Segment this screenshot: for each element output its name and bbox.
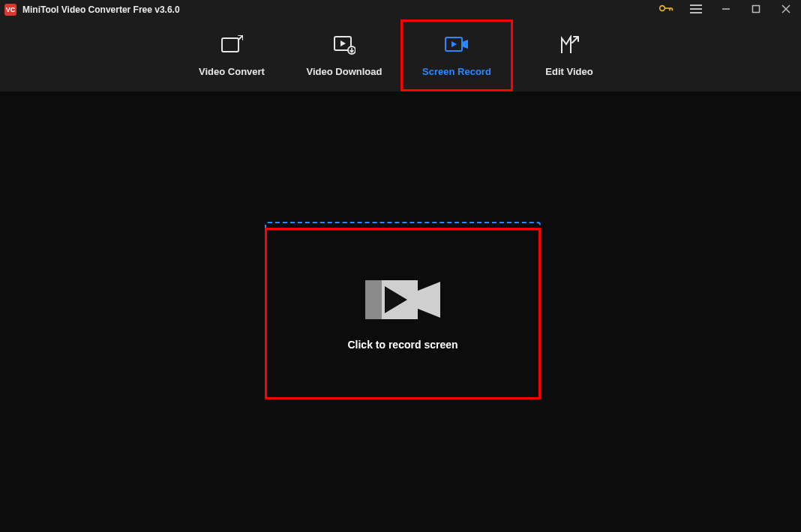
convert-icon bbox=[220, 34, 243, 55]
titlebar: VC MiniTool Video Converter Free v3.6.0 bbox=[0, 0, 801, 19]
tab-video-convert[interactable]: Video Convert bbox=[176, 19, 288, 91]
maximize-icon bbox=[752, 3, 760, 16]
tab-screen-record-label: Screen Record bbox=[422, 66, 491, 77]
svg-rect-11 bbox=[222, 38, 238, 52]
svg-marker-19 bbox=[418, 282, 440, 318]
main-area: Click to record screen bbox=[0, 91, 801, 532]
tab-video-download-label: Video Download bbox=[307, 66, 382, 77]
svg-rect-8 bbox=[753, 6, 760, 13]
svg-marker-16 bbox=[452, 41, 457, 47]
tab-edit-video-label: Edit Video bbox=[545, 66, 592, 77]
menu-button[interactable] bbox=[681, 0, 711, 19]
edit-video-icon bbox=[559, 34, 580, 55]
app-icon: VC bbox=[4, 4, 16, 16]
download-icon bbox=[333, 34, 356, 55]
upgrade-key-button[interactable] bbox=[651, 0, 681, 19]
camera-icon bbox=[365, 277, 440, 322]
maximize-button[interactable] bbox=[741, 0, 771, 19]
key-icon bbox=[658, 3, 674, 16]
record-screen-label: Click to record screen bbox=[347, 339, 458, 351]
screen-record-icon bbox=[444, 34, 470, 55]
main-tabs: Video Convert Video Download Screen Reco… bbox=[0, 19, 801, 91]
svg-point-0 bbox=[660, 6, 665, 11]
tab-edit-video[interactable]: Edit Video bbox=[513, 19, 626, 91]
tab-video-convert-label: Video Convert bbox=[199, 66, 265, 77]
svg-rect-18 bbox=[365, 280, 382, 319]
tab-video-download[interactable]: Video Download bbox=[288, 19, 400, 91]
minimize-icon bbox=[722, 3, 730, 16]
window-title: MiniTool Video Converter Free v3.6.0 bbox=[22, 4, 180, 15]
tab-screen-record[interactable]: Screen Record bbox=[400, 19, 513, 91]
minimize-button[interactable] bbox=[711, 0, 741, 19]
svg-marker-13 bbox=[340, 40, 346, 46]
close-icon bbox=[782, 3, 790, 16]
record-screen-button[interactable]: Click to record screen bbox=[265, 228, 541, 399]
close-button[interactable] bbox=[771, 0, 801, 19]
hamburger-icon bbox=[690, 3, 702, 16]
